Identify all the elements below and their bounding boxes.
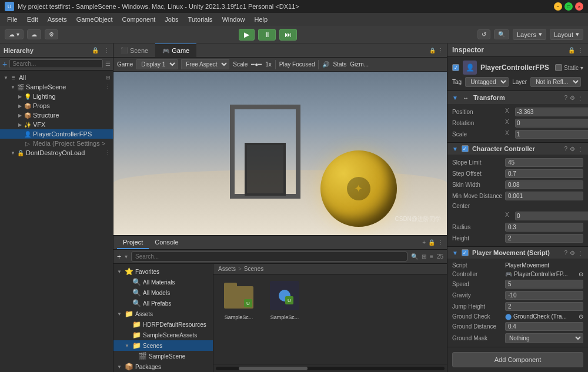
tree-allprefabs[interactable]: 🔍 All Prefabs <box>113 298 213 309</box>
tree-allmaterials[interactable]: 🔍 All Materials <box>113 277 213 287</box>
project-menu[interactable]: ⋮ <box>437 239 443 246</box>
game-view-lock[interactable]: 🔒 <box>429 48 436 53</box>
pos-x-input[interactable] <box>515 108 588 116</box>
asset-samplescene-unity[interactable]: U SampleSc... <box>264 279 305 320</box>
project-add-icon[interactable]: + <box>117 253 121 261</box>
component-pm-header[interactable]: ▼ ✓ Player Movement (Script) ? ⚙ ⋮ <box>447 247 588 259</box>
menu-assets[interactable]: Assets <box>43 15 72 24</box>
object-name[interactable]: PlayerControllerFPS <box>480 63 549 72</box>
menu-jobs[interactable]: Jobs <box>160 15 183 24</box>
hierarchy-add-btn[interactable]: + <box>2 59 7 69</box>
cc-menu[interactable]: ⋮ <box>577 146 583 152</box>
hier-all[interactable]: ▼ ≡ All ⊞ <box>0 73 113 82</box>
menu-help[interactable]: Help <box>250 15 273 24</box>
undo-btn[interactable]: ↺ <box>477 29 490 39</box>
tree-allmodels[interactable]: 🔍 All Models <box>113 287 213 298</box>
menu-tutorials[interactable]: Tutorials <box>183 15 218 24</box>
jump-height-input[interactable] <box>505 302 583 311</box>
add-component-button[interactable]: Add Component <box>452 352 583 367</box>
toolbar-cloud-btn[interactable]: ☁ <box>27 29 41 39</box>
min-move-input[interactable] <box>505 192 583 200</box>
radius-input[interactable] <box>505 223 583 232</box>
close-button[interactable]: × <box>575 2 583 11</box>
tree-assets[interactable]: ▼ 📁 Assets <box>113 309 213 319</box>
gizmos-btn[interactable]: Gizm... <box>350 61 369 68</box>
hier-options-all[interactable]: ⊞ <box>106 75 111 81</box>
project-lock[interactable]: 🔒 <box>428 239 435 246</box>
tag-select[interactable]: Untagged <box>465 77 509 87</box>
minimize-button[interactable]: − <box>554 2 562 11</box>
scale-slider[interactable]: ━●━ <box>251 61 262 68</box>
maximize-button[interactable]: □ <box>564 2 573 11</box>
pm-menu[interactable]: ⋮ <box>577 250 583 256</box>
transform-menu[interactable]: ⋮ <box>577 95 583 101</box>
hierarchy-menu[interactable]: ⋮ <box>103 47 109 53</box>
tree-scenes[interactable]: ▼ 📁 Scenes <box>113 340 213 351</box>
tree-packages[interactable]: ▼ 📦 Packages <box>113 361 213 372</box>
stats-btn[interactable]: Stats <box>333 61 346 68</box>
breadcrumb-assets[interactable]: Assets <box>218 266 236 272</box>
hier-vfx[interactable]: ▶ ✨ VFX <box>0 120 113 129</box>
inspector-lock[interactable]: 🔒 <box>568 47 575 53</box>
step-offset-input[interactable] <box>505 169 583 178</box>
breadcrumb-scenes[interactable]: Scenes <box>244 266 263 272</box>
menu-file[interactable]: File <box>2 15 22 24</box>
step-button[interactable]: ⏭ <box>279 29 297 41</box>
pm-enabled[interactable]: ✓ <box>462 249 469 256</box>
hier-options-samplescene[interactable]: ⋮ <box>105 84 111 90</box>
slope-limit-input[interactable] <box>505 158 583 167</box>
transform-info[interactable]: ? <box>564 95 567 101</box>
menu-window[interactable]: Window <box>217 15 249 24</box>
display-select[interactable]: Display 1 <box>136 59 178 69</box>
pm-info[interactable]: ? <box>564 250 567 256</box>
scale-x-input[interactable] <box>515 130 588 139</box>
hier-structure[interactable]: ▶ 📦 Structure <box>0 110 113 120</box>
hierarchy-lock[interactable]: 🔒 <box>92 47 99 53</box>
ground-check-target-icon[interactable]: ⊙ <box>579 313 583 320</box>
project-view-toggle-1[interactable]: ⊞ <box>422 253 426 260</box>
tree-samplesceneassets[interactable]: 📁 SampleSceneAssets <box>113 330 213 340</box>
play-focused[interactable]: Play Focused <box>279 61 315 68</box>
tree-favorites[interactable]: ▼ ⭐ Favorites <box>113 266 213 277</box>
hier-lighting[interactable]: ▶ 💡 Lighting <box>0 92 113 101</box>
pm-settings[interactable]: ⚙ <box>570 250 575 256</box>
layer-select[interactable]: Not in Refl... <box>530 77 581 87</box>
hierarchy-search[interactable] <box>9 59 103 68</box>
project-search[interactable] <box>131 252 407 262</box>
speed-input[interactable] <box>505 280 583 289</box>
hier-playercontroller[interactable]: 👤 PlayerControllerFPS <box>0 129 113 139</box>
tab-game[interactable]: 🎮 Game <box>155 43 196 57</box>
rot-x-input[interactable] <box>515 119 588 128</box>
pause-button[interactable]: ⏸ <box>258 29 276 41</box>
play-button[interactable]: ▶ <box>239 29 255 41</box>
height-input[interactable] <box>505 234 583 243</box>
audio-icon[interactable]: 🔊 <box>322 61 329 68</box>
controller-target-icon[interactable]: ⊙ <box>579 271 583 277</box>
tree-samplescene-item[interactable]: 🎬 SampleScene <box>113 351 213 361</box>
skin-width-input[interactable] <box>505 180 583 189</box>
asset-samplescene-folder[interactable]: U SampleSc... <box>218 279 259 320</box>
object-active-checkbox[interactable]: ✓ <box>452 64 459 71</box>
toolbar-collab-btn[interactable]: ☁ ▾ <box>5 29 24 39</box>
project-add-btn[interactable]: + <box>422 239 426 246</box>
component-transform-header[interactable]: ▼ ↔ Transform ? ⚙ ⋮ <box>447 91 588 104</box>
game-view-menu[interactable]: ⋮ <box>438 48 443 53</box>
asset-scrollbar[interactable] <box>213 364 447 372</box>
ground-mask-select[interactable]: Nothing <box>505 333 583 343</box>
transform-settings[interactable]: ⚙ <box>570 95 575 101</box>
cc-info[interactable]: ? <box>564 146 567 152</box>
hier-props[interactable]: ▶ 📦 Props <box>0 101 113 110</box>
tab-scene[interactable]: ⬛ Scene <box>113 43 155 57</box>
menu-edit[interactable]: Edit <box>22 15 43 24</box>
hier-media[interactable]: ▷ Media (Project Settings > <box>0 139 113 148</box>
toolbar-settings-btn[interactable]: ⚙ <box>45 29 58 39</box>
search-icon[interactable]: 🔍 <box>411 253 418 260</box>
inspector-menu[interactable]: ⋮ <box>577 47 583 53</box>
center-x-input[interactable] <box>515 212 588 220</box>
hier-samplescene[interactable]: ▼ 🎬 SampleScene ⋮ <box>0 82 113 92</box>
component-cc-header[interactable]: ▼ ✓ Character Controller ? ⚙ ⋮ <box>447 143 588 155</box>
cc-enabled[interactable]: ✓ <box>462 145 469 152</box>
hier-options-dontdestroy[interactable]: ⋮ <box>105 150 111 156</box>
hierarchy-filter[interactable]: ☰ <box>105 61 111 67</box>
tree-hdrp[interactable]: 📁 HDRPDefaultResources <box>113 319 213 330</box>
